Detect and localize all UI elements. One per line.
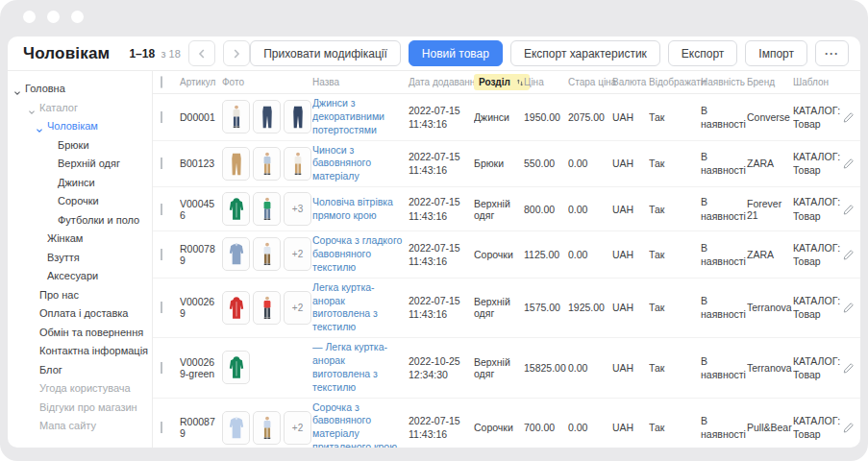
product-photos	[222, 351, 312, 384]
column-header-category[interactable]: Розділ	[474, 74, 524, 90]
sidebar-item-оплата-і-доставка[interactable]: Оплата і доставка	[8, 304, 152, 324]
pencil-icon[interactable]	[843, 204, 855, 215]
product-old-price: 0.00	[568, 249, 612, 260]
export-characteristics-button[interactable]: Експорт характеристик	[510, 40, 660, 66]
sidebar-item-відгуки-про-магазин[interactable]: Відгуки про магазин	[8, 399, 152, 418]
sidebar-item-контактна-інформація[interactable]: Контактна інформація	[8, 342, 152, 361]
product-photo-thumbnail[interactable]	[253, 147, 281, 181]
chevron-down-icon	[13, 89, 21, 97]
row-checkbox-cell	[161, 362, 180, 374]
pencil-icon[interactable]	[843, 362, 855, 374]
more-photos-badge[interactable]: +2	[284, 291, 311, 325]
sidebar-item-жінкам[interactable]: Жінкам	[8, 230, 152, 249]
edit-product-button[interactable]	[843, 362, 855, 374]
product-photo-thumbnail[interactable]	[253, 192, 281, 226]
pencil-icon[interactable]	[843, 158, 855, 169]
row-checkbox[interactable]	[161, 111, 162, 123]
sidebar-item-мапа-сайту[interactable]: Мапа сайту	[8, 417, 152, 436]
products-table: АртикулФотоНазваДата додаванняРозділЦіна…	[153, 71, 860, 448]
column-header-check	[161, 77, 180, 87]
import-button[interactable]: Імпорт	[745, 40, 807, 66]
model-photo	[228, 104, 245, 130]
prev-page-button[interactable]	[188, 40, 215, 66]
sidebar-item-футболки-и-поло[interactable]: Футболки и поло	[8, 211, 152, 230]
sidebar-item-обмін-та-повернення[interactable]: Обмін та повернення	[8, 324, 152, 343]
product-brand: Pull&Bear	[747, 422, 793, 433]
product-old-price: 1925.00	[568, 302, 612, 313]
date-value: 2022-07-15	[409, 195, 470, 208]
product-photo-thumbnail[interactable]	[222, 411, 250, 445]
row-checkbox[interactable]	[161, 204, 162, 215]
sidebar-item-угода-користувача[interactable]: Угода користувача	[8, 379, 152, 399]
sidebar-item-блог[interactable]: Блог	[8, 361, 152, 380]
pencil-icon[interactable]	[843, 302, 855, 313]
pencil-icon[interactable]	[843, 111, 855, 123]
sidebar-item-про-нас[interactable]: Про нас	[8, 286, 152, 305]
row-checkbox[interactable]	[161, 422, 162, 433]
sidebar-item-сорочки[interactable]: Сорочки	[8, 192, 152, 211]
model-photo	[259, 295, 276, 321]
row-checkbox[interactable]	[161, 249, 162, 260]
new-product-button[interactable]: Новий товар	[409, 40, 503, 66]
more-photos-badge[interactable]: +3	[284, 192, 311, 226]
product-brand: Converse	[747, 111, 793, 123]
product-name-link[interactable]: Джинси з декоративними потертостями	[312, 97, 384, 135]
product-photo-thumbnail[interactable]	[253, 100, 281, 133]
product-photo-thumbnail[interactable]	[222, 291, 250, 325]
sidebar-item-головна[interactable]: Головна	[8, 80, 152, 99]
row-checkbox-cell	[161, 158, 180, 169]
product-name-link[interactable]: Сорочка з бавовняного матеріалу притален…	[312, 401, 397, 448]
product-name-link[interactable]: Чоловіча вітрівка прямого крою	[312, 196, 393, 221]
product-photo-thumbnail[interactable]	[284, 147, 311, 181]
pencil-icon[interactable]	[843, 422, 855, 433]
sidebar-item-взуття[interactable]: Взуття	[8, 249, 152, 268]
product-photo-thumbnail[interactable]	[222, 147, 250, 181]
edit-product-button[interactable]	[843, 249, 855, 260]
product-name-link[interactable]: Легка куртка-анорак виготовлена з тексти…	[312, 281, 378, 333]
product-photo-thumbnail[interactable]	[222, 100, 250, 133]
date-value: 2022-07-15	[409, 104, 470, 117]
product-photo-thumbnail[interactable]	[222, 351, 250, 384]
sidebar-item-аксесуари[interactable]: Аксесуари	[8, 267, 152, 286]
hide-modifications-button[interactable]: Приховати модифікації	[250, 40, 401, 66]
sidebar-item-джинси[interactable]: Джинси	[8, 174, 152, 193]
row-checkbox[interactable]	[161, 362, 162, 374]
row-checkbox[interactable]	[161, 302, 162, 313]
select-all-checkbox[interactable]	[161, 76, 162, 88]
product-old-price: 2075.00	[568, 111, 612, 123]
edit-product-button[interactable]	[843, 158, 855, 169]
date-value: 2022-07-15	[409, 150, 470, 163]
row-checkbox[interactable]	[161, 158, 162, 169]
sidebar-item-каталог[interactable]: Каталог	[8, 99, 152, 118]
edit-product-button[interactable]	[843, 422, 855, 433]
product-photo-thumbnail[interactable]	[222, 237, 250, 271]
product-name-link[interactable]: Чиноси з бавовняного матеріалу	[312, 144, 371, 182]
column-header-label: Бренд	[747, 77, 775, 87]
more-photos-badge[interactable]: +2	[284, 237, 311, 271]
product-photo-thumbnail[interactable]	[222, 192, 250, 226]
column-header-label: Стара ціна	[568, 77, 616, 87]
sidebar-item-чоловікам[interactable]: Чоловікам	[8, 117, 152, 136]
product-name-link[interactable]: — Легка куртка-анорак виготовлена з текс…	[312, 341, 387, 393]
more-photos-badge[interactable]: +2	[284, 411, 311, 445]
product-photo-thumbnail[interactable]	[253, 411, 281, 445]
more-actions-button[interactable]: ···	[815, 40, 849, 66]
pencil-icon[interactable]	[843, 249, 855, 260]
product-photo-thumbnail[interactable]	[284, 100, 311, 133]
product-photos	[222, 147, 312, 181]
date-value: 2022-10-25	[409, 354, 470, 368]
product-photo-thumbnail[interactable]	[253, 237, 281, 271]
more-photos-count: +3	[292, 204, 303, 214]
next-page-button[interactable]	[223, 40, 250, 66]
product-photo-thumbnail[interactable]	[253, 291, 281, 325]
product-name-link[interactable]: Сорочка з гладкого бавовняного текстилю	[312, 234, 402, 273]
sidebar-item-брюки[interactable]: Брюки	[8, 136, 152, 156]
product-row: R000879+2Сорочка з бавовняного матеріалу…	[153, 399, 860, 448]
export-button[interactable]: Експорт	[668, 40, 737, 66]
edit-product-button[interactable]	[843, 111, 855, 123]
product-availability: В наявності	[701, 354, 747, 381]
edit-product-button[interactable]	[843, 302, 855, 313]
sidebar-item-верхній-одяг[interactable]: Верхній одяг	[8, 155, 152, 174]
table-header-row: АртикулФотоНазваДата додаванняРозділЦіна…	[153, 71, 860, 94]
edit-product-button[interactable]	[843, 204, 855, 215]
